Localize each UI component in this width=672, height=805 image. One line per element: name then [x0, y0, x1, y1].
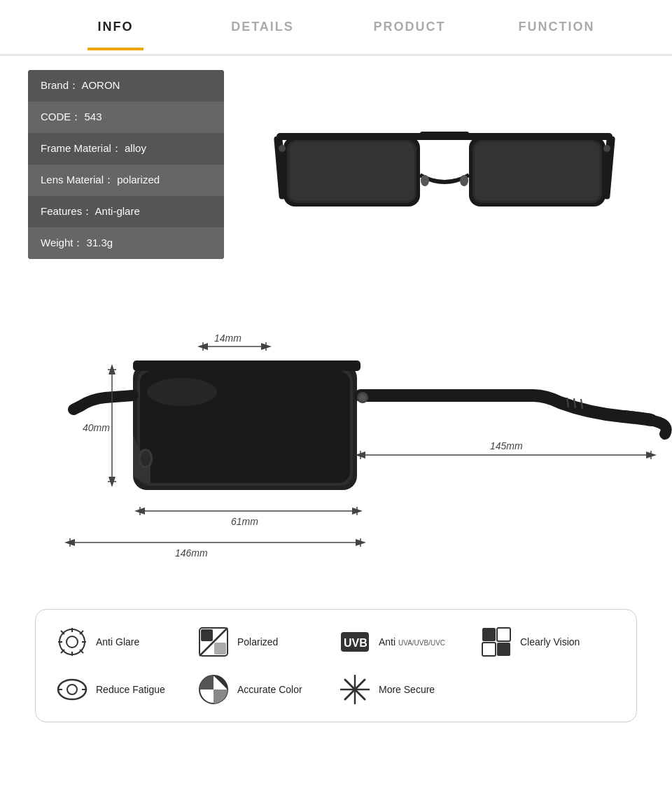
sunglasses-front-view: [245, 70, 644, 266]
anti-glare-label: Anti Glare: [96, 636, 139, 648]
specs-table: Brand： AORON CODE： 543 Frame Material： a…: [28, 70, 224, 259]
nav-item-function[interactable]: FUNCTION: [483, 6, 630, 48]
svg-rect-68: [201, 629, 213, 641]
features-box: Anti Glare Polarized UVB: [35, 609, 637, 722]
uvb-icon: UVB: [340, 626, 370, 657]
svg-text:61mm: 61mm: [231, 516, 258, 527]
svg-text:146mm: 146mm: [175, 547, 208, 559]
nav-item-info[interactable]: INFO: [42, 6, 189, 48]
svg-rect-75: [497, 643, 510, 656]
polarized-label: Polarized: [237, 636, 278, 648]
svg-point-10: [421, 175, 429, 186]
svg-point-13: [603, 145, 610, 152]
side-view-section: 40mm 14mm 61mm 146mm: [42, 294, 644, 588]
svg-point-57: [66, 636, 78, 648]
svg-rect-9: [475, 142, 600, 201]
side-view-svg: 40mm 14mm 61mm 146mm: [42, 294, 672, 588]
svg-point-17: [147, 378, 217, 406]
color-icon: [198, 674, 229, 705]
polarized-icon: [198, 626, 229, 657]
svg-rect-6: [289, 142, 414, 201]
color-label: Accurate Color: [237, 684, 302, 695]
spec-row-code: CODE： 543: [28, 102, 224, 133]
feature-anti-glare: Anti Glare: [57, 626, 191, 657]
svg-rect-73: [497, 628, 510, 641]
vision-label: Clearly Vision: [520, 636, 580, 648]
main-content: Brand： AORON CODE： 543 Frame Material： a…: [0, 56, 672, 750]
svg-point-12: [279, 145, 286, 152]
nav-item-product[interactable]: PRODUCT: [336, 6, 483, 48]
feature-uv: UVB Anti UVA/UVB/UVC: [340, 626, 474, 657]
svg-rect-74: [482, 643, 496, 656]
feature-secure: More Secure: [340, 674, 474, 705]
spec-row-weight: Weight： 31.3g: [28, 227, 224, 259]
feature-vision: Clearly Vision: [481, 626, 615, 657]
spec-row-lens: Lens Material： polarized: [28, 164, 224, 196]
feature-color: Accurate Color: [198, 674, 332, 705]
svg-point-25: [359, 394, 366, 401]
fatigue-label: Reduce Fatigue: [96, 684, 165, 695]
svg-text:145mm: 145mm: [490, 440, 523, 451]
secure-icon: [340, 674, 370, 705]
svg-text:40mm: 40mm: [83, 422, 110, 433]
svg-rect-1: [420, 132, 469, 137]
sunglasses-front-svg: [262, 98, 626, 238]
top-section: Brand： AORON CODE： 543 Frame Material： a…: [28, 70, 644, 266]
secure-label: More Secure: [379, 684, 435, 695]
spec-row-brand: Brand： AORON: [28, 70, 224, 102]
svg-rect-72: [482, 628, 496, 641]
nav-bar: INFO DETAILS PRODUCT FUNCTION: [0, 0, 672, 56]
svg-point-77: [67, 685, 77, 694]
feature-polarized: Polarized: [198, 626, 332, 657]
svg-point-23: [141, 451, 150, 466]
feature-fatigue: Reduce Fatigue: [57, 674, 191, 705]
anti-glare-icon: [57, 626, 88, 657]
vision-icon: [481, 626, 512, 657]
svg-text:UVB: UVB: [344, 637, 368, 649]
spec-row-features: Features： Anti-glare: [28, 196, 224, 227]
svg-text:14mm: 14mm: [214, 332, 241, 344]
uv-label: Anti UVA/UVB/UVC: [379, 636, 445, 648]
nav-item-details[interactable]: DETAILS: [189, 6, 336, 48]
svg-rect-69: [214, 643, 226, 654]
svg-point-11: [460, 175, 468, 186]
spec-row-frame: Frame Material： alloy: [28, 133, 224, 164]
svg-rect-18: [133, 360, 360, 371]
fatigue-icon: [57, 674, 88, 705]
